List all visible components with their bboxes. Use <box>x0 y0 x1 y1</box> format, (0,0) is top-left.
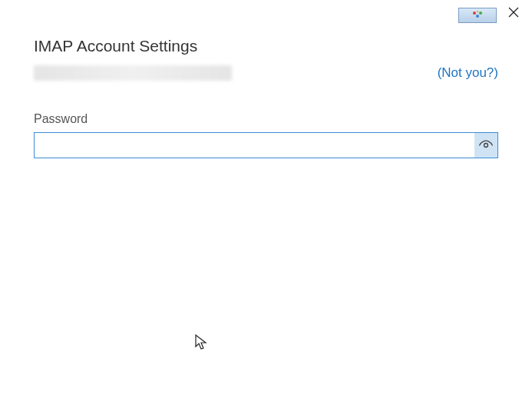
svg-point-1 <box>476 15 479 18</box>
password-input[interactable] <box>34 132 498 158</box>
svg-point-6 <box>484 144 488 148</box>
page-title: IMAP Account Settings <box>34 37 498 55</box>
svg-point-0 <box>473 12 476 15</box>
svg-point-2 <box>479 12 482 15</box>
show-password-button[interactable] <box>474 133 497 158</box>
close-icon <box>508 7 519 18</box>
svg-point-3 <box>477 11 478 12</box>
eye-icon <box>478 138 494 153</box>
logo-dots-icon <box>471 10 484 21</box>
close-button[interactable] <box>501 2 526 23</box>
mouse-cursor-icon <box>195 334 209 351</box>
main-content: IMAP Account Settings (Not you?) Passwor… <box>0 0 532 158</box>
email-row: (Not you?) <box>34 63 498 83</box>
password-field-wrap <box>34 132 498 158</box>
not-you-link[interactable]: (Not you?) <box>438 65 498 81</box>
window-logo-badge <box>458 8 497 23</box>
password-label: Password <box>34 112 498 126</box>
account-email-redacted <box>34 65 232 81</box>
